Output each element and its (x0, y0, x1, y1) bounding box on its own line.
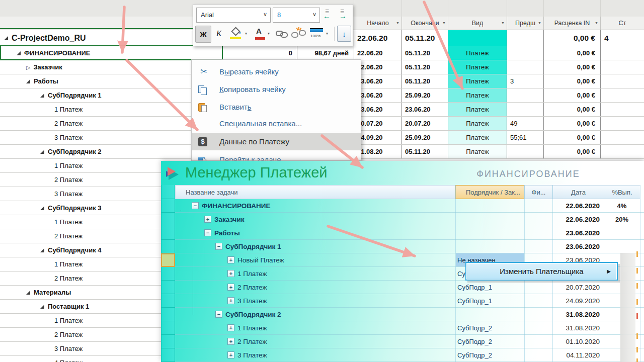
dialog-task-name-cell[interactable]: −ФИНАНСИРОВАНИЕ (192, 199, 271, 212)
scroll-to-task-button[interactable]: ↓ (337, 26, 351, 42)
collapse-box-icon[interactable]: − (215, 311, 222, 318)
dialog-date-cell[interactable]: 31.08.2020 (552, 308, 604, 321)
dialog-payer-cell[interactable] (456, 199, 524, 212)
finish-date-cell[interactable]: 05.11.20 (401, 145, 448, 158)
dialog-payer-cell[interactable] (456, 308, 524, 321)
expand-triangle-icon[interactable] (4, 36, 8, 40)
dialog-table-row[interactable]: −СубПодрядчик 123.06.2020 (175, 240, 644, 253)
dialog-payer-cell[interactable] (456, 240, 524, 253)
font-size-combo[interactable]: 8 ∨ (273, 8, 320, 23)
expand-box-icon[interactable]: + (227, 284, 234, 291)
expand-box-icon[interactable]: + (227, 324, 234, 331)
dialog-task-name-cell[interactable]: −СубПодрядчик 2 (215, 308, 281, 321)
bold-button[interactable]: Ж (195, 26, 211, 43)
dialog-task-name-cell[interactable]: −СубПодрядчик 1 (215, 240, 281, 253)
cost-cell[interactable] (600, 60, 644, 74)
dialog-row-header[interactable] (161, 199, 175, 213)
dialog-percent-cell[interactable]: 4% (604, 199, 640, 212)
dialog-table-row[interactable]: −ФИНАНСИРОВАНИЕ22.06.20204% (175, 199, 644, 213)
finish-date-cell[interactable]: 05.11.20 (401, 46, 448, 60)
dialog-date-cell[interactable]: 20.07.2020 (552, 281, 604, 294)
cost-cell[interactable] (600, 74, 644, 88)
dialog-row-header[interactable] (161, 321, 175, 335)
dialog-task-name-cell[interactable]: −Работы (204, 226, 240, 239)
chevron-down-icon[interactable]: ▾ (245, 31, 247, 36)
dialog-row-header[interactable] (161, 253, 175, 267)
collapse-box-icon[interactable]: − (204, 229, 211, 236)
finish-date-cell[interactable]: 25.09.20 (401, 131, 448, 144)
rate-cell[interactable]: 0,00 € (543, 88, 600, 102)
chevron-down-icon[interactable]: ▾ (268, 31, 270, 36)
dialog-row-header[interactable] (161, 335, 175, 348)
dialog-table-row[interactable]: +3 ПлатежСубПодр_124.09.2020 (175, 294, 644, 308)
dialog-column-header[interactable]: Название задачи (175, 185, 455, 199)
finish-date-cell[interactable]: 05.11.20 (401, 30, 448, 46)
filter-arrow-icon[interactable]: ▼ (501, 21, 505, 25)
expand-box-icon[interactable]: + (227, 338, 234, 345)
chevron-down-icon[interactable]: ∨ (263, 11, 267, 18)
expand-box-icon[interactable]: + (227, 351, 234, 358)
menu-item[interactable]: ✂Вырезать ячейку (192, 63, 361, 80)
filter-arrow-icon[interactable]: ▼ (538, 21, 541, 25)
cost-cell[interactable] (600, 103, 644, 116)
expand-triangle-icon[interactable] (26, 291, 30, 295)
predecessors-cell[interactable] (507, 88, 543, 102)
dialog-task-name-cell[interactable]: +1 Платеж (227, 321, 267, 334)
expand-box-icon[interactable]: + (227, 270, 234, 277)
column-header-vid[interactable]: Вид▼ (448, 17, 507, 30)
menu-item[interactable]: Вставить (192, 98, 361, 116)
dialog-date-cell[interactable]: 22.06.2020 (552, 199, 604, 212)
font-name-combo[interactable]: Arial ∨ (196, 8, 271, 23)
finish-date-cell[interactable]: 05.11.20 (401, 60, 448, 74)
predecessors-cell[interactable] (507, 103, 543, 116)
link-button[interactable] (275, 26, 289, 42)
chevron-down-icon[interactable]: ∨ (312, 11, 316, 18)
type-cell[interactable]: Платеж (448, 74, 507, 88)
filter-arrow-icon[interactable]: ▼ (396, 21, 399, 25)
dialog-row-header[interactable] (161, 308, 175, 321)
dialog-task-name-cell[interactable]: +3 Платеж (227, 348, 267, 361)
dialog-payer-cell[interactable]: СубПодр_1 (456, 294, 524, 307)
font-color-button[interactable]: А ▾ (253, 26, 273, 42)
dialog-percent-cell[interactable]: 20% (604, 213, 640, 226)
dialog-row-header[interactable] (161, 294, 175, 308)
duration-cell[interactable]: 98,67 дней (297, 46, 354, 60)
dialog-date-cell[interactable]: 24.09.2020 (552, 294, 604, 307)
rate-cell[interactable]: 0,00 € (543, 117, 600, 130)
expand-box-icon[interactable]: + (204, 216, 211, 223)
dialog-table-row[interactable]: +2 ПлатежСубПодр_201.10.2020 (175, 335, 644, 348)
type-cell[interactable]: Платеж (448, 131, 507, 144)
column-header-pred[interactable]: Предш▼ (507, 17, 543, 30)
rate-cell[interactable]: 0,00 € (543, 145, 600, 158)
unlink-button[interactable] (291, 26, 306, 42)
finish-date-cell[interactable]: 20.07.20 (401, 117, 448, 130)
predecessors-cell[interactable]: 55;61 (507, 131, 543, 144)
dialog-percent-cell[interactable] (604, 240, 640, 253)
rate-cell[interactable]: 0,00 € (543, 131, 600, 144)
italic-button[interactable]: К (211, 26, 226, 42)
chevron-down-icon[interactable]: ▾ (326, 31, 328, 36)
menu-item[interactable]: $Данные по Платежу (192, 133, 361, 150)
column-header-start[interactable]: Начало▼ (354, 17, 401, 30)
expand-triangle-icon[interactable] (40, 150, 44, 154)
dialog-table-row[interactable]: +2 ПлатежСубПодр_120.07.2020 (175, 281, 644, 294)
dialog-date-cell[interactable]: 23.06.2020 (552, 226, 604, 239)
dialog-task-name-cell[interactable]: +3 Платеж (227, 294, 267, 307)
menu-item[interactable]: Перейти к задаче (192, 151, 361, 161)
collapse-box-icon[interactable]: − (215, 243, 222, 250)
dialog-task-name-cell[interactable]: +2 Платеж (227, 281, 267, 294)
dialog-date-cell[interactable]: 31.08.2020 (552, 321, 604, 334)
type-cell[interactable]: Платеж (448, 60, 507, 74)
column-header-cost[interactable]: Ст (600, 17, 644, 30)
cost-cell[interactable]: 4 (600, 30, 644, 46)
task-name-cell[interactable]: ФИНАНСИРОВАНИЕ (0, 46, 239, 60)
dialog-task-name-cell[interactable]: +1 Платеж (227, 267, 267, 280)
cost-cell[interactable] (600, 145, 644, 158)
dialog-date-cell[interactable]: 04.11.2020 (552, 348, 604, 361)
menu-item[interactable]: Специальная вставка... (192, 116, 361, 131)
type-cell[interactable]: Платеж (448, 145, 507, 158)
dialog-row-header[interactable] (161, 213, 175, 226)
cost-cell[interactable] (600, 46, 644, 60)
outdent-button[interactable]: ☰ ← (322, 9, 334, 21)
column-header-rate[interactable]: Расценка IN▼ (543, 17, 600, 30)
